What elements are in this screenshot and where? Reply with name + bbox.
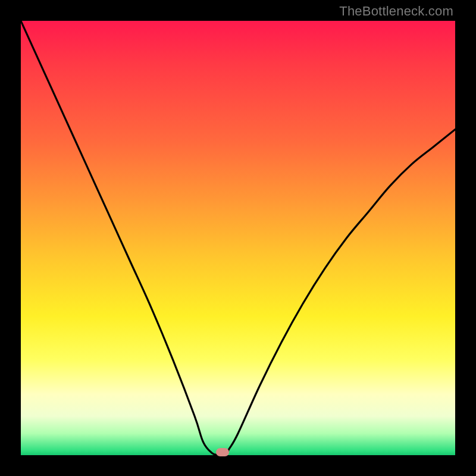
plot-area: [21, 21, 455, 455]
chart-frame: TheBottleneck.com: [0, 0, 476, 476]
optimal-point-marker: [216, 448, 229, 456]
bottleneck-curve: [21, 21, 455, 455]
watermark-text: TheBottleneck.com: [339, 4, 453, 19]
